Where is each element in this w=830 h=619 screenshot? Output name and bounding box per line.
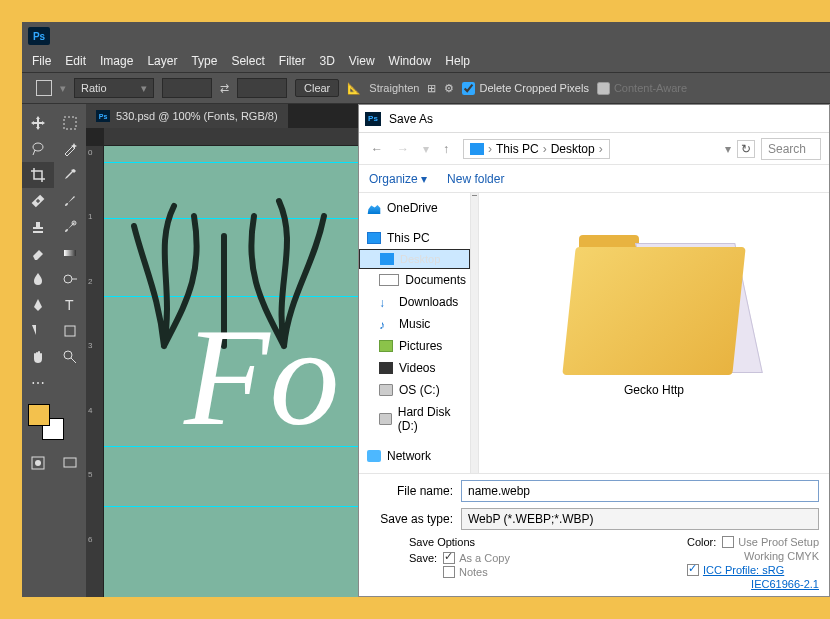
more-tools[interactable]: ⋯	[22, 370, 54, 396]
ruler-vertical[interactable]: 0123456	[86, 146, 104, 597]
svg-point-1	[33, 143, 43, 151]
folder-item[interactable]	[569, 235, 739, 375]
refresh-button[interactable]: ↻	[737, 140, 755, 158]
quickmask-tool[interactable]	[22, 450, 54, 476]
grid-icon[interactable]: ⊞	[427, 82, 436, 95]
tree-item-music[interactable]: ♪Music	[359, 313, 470, 335]
lasso-tool[interactable]	[22, 136, 54, 162]
svg-text:T: T	[65, 297, 74, 313]
zoom-tool[interactable]	[54, 344, 86, 370]
nav-up-button[interactable]: ↑	[439, 140, 453, 158]
tree-item-documents[interactable]: Documents	[359, 269, 470, 291]
stamp-tool[interactable]	[22, 214, 54, 240]
menu-3d[interactable]: 3D	[319, 54, 334, 68]
disk-icon	[379, 384, 393, 396]
crop-tool[interactable]	[22, 162, 54, 188]
nav-recent-button[interactable]: ▾	[419, 140, 433, 158]
menu-window[interactable]: Window	[389, 54, 432, 68]
tree-item-network[interactable]: Network	[359, 445, 470, 467]
history-brush-tool[interactable]	[54, 214, 86, 240]
eyedropper-tool[interactable]	[54, 162, 86, 188]
tree-item-videos[interactable]: Videos	[359, 357, 470, 379]
dialog-title: Save As	[389, 112, 433, 126]
ratio-select[interactable]: Ratio▾	[74, 78, 154, 98]
dialog-titlebar: Ps Save As	[359, 105, 829, 133]
pic-icon	[379, 340, 393, 352]
color-swatch[interactable]	[28, 404, 64, 440]
menu-help[interactable]: Help	[445, 54, 470, 68]
foreground-color[interactable]	[28, 404, 50, 426]
menu-edit[interactable]: Edit	[65, 54, 86, 68]
tree-label: Downloads	[399, 295, 458, 309]
vid-icon	[379, 362, 393, 374]
menu-file[interactable]: File	[32, 54, 51, 68]
nav-back-button[interactable]: ←	[367, 140, 387, 158]
music-icon: ♪	[379, 318, 393, 330]
marquee-tool[interactable]	[54, 110, 86, 136]
svg-point-8	[64, 351, 72, 359]
disk-icon	[379, 413, 392, 425]
as-copy-checkbox[interactable]: As a Copy	[443, 552, 510, 564]
blur-tool[interactable]	[22, 266, 54, 292]
hand-tool[interactable]	[22, 344, 54, 370]
filename-input[interactable]: name.webp	[461, 480, 819, 502]
tree-item-downloads[interactable]: ↓Downloads	[359, 291, 470, 313]
pen-tool[interactable]	[22, 292, 54, 318]
search-input[interactable]: Search	[761, 138, 821, 160]
folder-view[interactable]: Gecko Http	[479, 193, 829, 473]
swap-icon[interactable]: ⇄	[220, 82, 229, 95]
eraser-tool[interactable]	[22, 240, 54, 266]
icc-line2[interactable]: IEC61966-2.1	[687, 578, 819, 590]
path-tool[interactable]	[22, 318, 54, 344]
doc-icon	[379, 274, 399, 286]
document-tab[interactable]: Ps 530.psd @ 100% (Fonts, RGB/8)	[86, 104, 288, 128]
net-icon	[367, 450, 381, 462]
menu-image[interactable]: Image	[100, 54, 133, 68]
menu-layer[interactable]: Layer	[147, 54, 177, 68]
clear-button[interactable]: Clear	[295, 79, 339, 97]
screenmode-tool[interactable]	[54, 450, 86, 476]
savetype-select[interactable]: WebP (*.WEBP;*.WBP)	[461, 508, 819, 530]
filename-label: File name:	[369, 484, 461, 498]
wand-tool[interactable]	[54, 136, 86, 162]
brush-tool[interactable]	[54, 188, 86, 214]
crop-tool-icon[interactable]	[36, 80, 52, 96]
ratio-w-input[interactable]	[162, 78, 212, 98]
gear-icon[interactable]: ⚙	[444, 82, 454, 95]
folder-tree[interactable]: OneDriveThis PCDesktopDocuments↓Download…	[359, 193, 471, 473]
menu-filter[interactable]: Filter	[279, 54, 306, 68]
tree-item-desktop[interactable]: Desktop	[359, 249, 470, 269]
tree-item-this-pc[interactable]: This PC	[359, 227, 470, 249]
icc-profile-checkbox[interactable]: ICC Profile: sRG	[687, 564, 819, 576]
dodge-tool[interactable]	[54, 266, 86, 292]
tree-item-pictures[interactable]: Pictures	[359, 335, 470, 357]
new-folder-button[interactable]: New folder	[447, 172, 504, 186]
menu-view[interactable]: View	[349, 54, 375, 68]
ratio-h-input[interactable]	[237, 78, 287, 98]
tree-item-os-c-[interactable]: OS (C:)	[359, 379, 470, 401]
type-tool[interactable]: T	[54, 292, 86, 318]
delete-cropped-checkbox[interactable]: Delete Cropped Pixels	[462, 82, 588, 95]
notes-checkbox[interactable]: Notes	[409, 566, 510, 578]
tree-scrollbar[interactable]	[471, 193, 479, 473]
nav-forward-button[interactable]: →	[393, 140, 413, 158]
menu-type[interactable]: Type	[191, 54, 217, 68]
save-label: Save:	[409, 552, 437, 564]
move-tool[interactable]	[22, 110, 54, 136]
healing-tool[interactable]	[22, 188, 54, 214]
menu-select[interactable]: Select	[231, 54, 264, 68]
straighten-icon[interactable]: 📐	[347, 82, 361, 95]
tree-label: Videos	[399, 361, 435, 375]
gradient-tool[interactable]	[54, 240, 86, 266]
tree-item-onedrive[interactable]: OneDrive	[359, 197, 470, 219]
pc-icon	[470, 143, 484, 155]
use-proof-checkbox[interactable]: Use Proof Setup	[722, 536, 819, 548]
shape-tool[interactable]	[54, 318, 86, 344]
tree-label: Hard Disk (D:)	[398, 405, 466, 433]
content-aware-checkbox[interactable]: Content-Aware	[597, 82, 687, 95]
save-options-label: Save Options	[409, 536, 510, 548]
organize-button[interactable]: Organize ▾	[369, 172, 427, 186]
tree-item-hard-disk-d-[interactable]: Hard Disk (D:)	[359, 401, 470, 437]
breadcrumb[interactable]: › This PC › Desktop ›	[463, 139, 610, 159]
tree-label: Network	[387, 449, 431, 463]
